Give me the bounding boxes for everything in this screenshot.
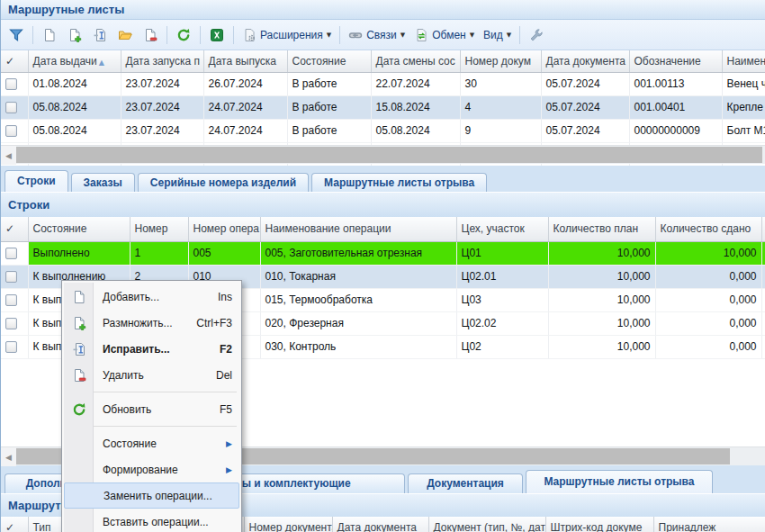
table-cell[interactable]: 020, Фрезерная [260,311,456,335]
column-header-qty-done[interactable]: Количество сдано [655,217,761,241]
table-cell[interactable]: 05.08.2024 [28,95,121,119]
tab-lines[interactable]: Строки [4,170,68,192]
row-checkbox[interactable] [5,271,17,283]
row-select-cell[interactable] [1,311,28,335]
select-all-header[interactable]: ✓ [1,50,28,72]
menu-item-replace-operations[interactable]: Заменить операции... [64,482,239,509]
table-cell[interactable] [761,311,765,335]
table-cell[interactable]: 05.08.2024 [371,119,460,142]
open-button[interactable] [113,23,137,47]
menu-item-duplicate[interactable]: Размножить... Ctrl+F3 [64,310,239,336]
table-cell[interactable]: 0,000 [655,311,761,335]
row-checkbox[interactable] [5,102,17,113]
edit-button[interactable] [88,23,112,47]
table-cell[interactable]: 030, Контроль [260,335,456,358]
tab-documentation[interactable]: Документация [408,473,523,493]
table-cell[interactable]: 23.07.2024 [121,72,203,95]
row-checkbox[interactable] [5,318,17,329]
table-row[interactable]: 05.08.2024 23.07.2024 24.07.2024 В работ… [1,119,765,142]
table-cell[interactable]: Ц02 [456,335,548,358]
table-cell[interactable]: 30 [460,72,541,95]
menu-item-edit[interactable]: Исправить... F2 [64,336,239,362]
table-cell[interactable]: 010, Токарная [260,265,456,288]
extensions-menu-button[interactable]: Расширения ▼ [238,23,335,47]
column-header-doc-date[interactable]: Дата документа [332,517,428,532]
settings-wrench-button[interactable] [525,23,548,47]
menu-item-insert-operations[interactable]: Вставить операции... [64,509,239,532]
table-cell[interactable]: 10,000 [548,241,655,265]
excel-export-button[interactable] [205,23,229,47]
tab-serial-numbers[interactable]: Серийные номера изделий [138,173,309,192]
active-cell[interactable]: 24.07.2024 [203,95,287,119]
table-cell[interactable]: Ц02.01 [456,265,548,288]
row-select-cell[interactable] [1,265,28,288]
row-select-cell[interactable] [1,288,28,311]
menu-item-delete[interactable]: Удалить Del [64,362,239,388]
column-header-workshop[interactable]: Цех, участок [456,217,548,241]
row-select-cell[interactable] [1,95,28,119]
filter-button[interactable] [4,23,28,47]
row-checkbox[interactable] [5,341,17,353]
links-menu-button[interactable]: Связи ▼ [345,23,409,47]
column-header-qty-plan[interactable]: Количество план [548,217,655,241]
table-cell[interactable]: Ц03 [456,288,548,311]
table-cell[interactable]: 0,000 [655,335,761,358]
table-cell[interactable]: 10,000 [548,265,655,288]
row-select-cell[interactable] [1,119,28,142]
table-cell[interactable]: 01.08.2024 [28,72,121,95]
column-header-doc-date[interactable]: Дата документа [541,50,629,72]
table-cell[interactable]: 1 [130,241,188,265]
table-cell[interactable]: 26.07.2024 [203,72,287,95]
table-cell[interactable]: 10,000 [548,288,655,311]
table-cell[interactable]: 10,000 [548,335,655,358]
menu-item-formation[interactable]: Формирование ▶ [64,456,239,482]
table-cell[interactable]: В работе [287,119,371,142]
table-cell[interactable]: 0,000 [655,288,761,311]
table-cell[interactable]: Выполнено [28,241,130,265]
menu-item-state[interactable]: Состояние ▶ [64,430,239,456]
table-row-done[interactable]: Выполнено 1 005 005, Заготовительная отр… [1,241,765,265]
table-cell[interactable] [761,265,765,288]
table-cell[interactable]: 22.07.2024 [371,72,460,95]
table-cell[interactable]: 005 [188,241,260,265]
exchange-menu-button[interactable]: Обмен ▼ [410,23,478,47]
column-header-designation[interactable]: Обозначение [629,50,722,72]
add-button[interactable] [38,23,61,47]
select-all-header[interactable]: ✓ [1,217,28,241]
table-cell[interactable]: В работе [287,95,371,119]
scrollbar-thumb[interactable] [16,147,762,163]
tab-detach-sheets-bottom[interactable]: Маршрутные листы отрыва [526,470,713,493]
refresh-button[interactable] [172,23,195,47]
table-cell[interactable]: 9 [460,119,541,142]
table-cell[interactable]: Болт М1 [722,119,765,142]
duplicate-button[interactable] [63,23,86,47]
table-cell[interactable]: 015, Термообработка [260,288,456,311]
table-cell[interactable]: 0,000 [655,265,761,288]
delete-button[interactable] [139,23,162,47]
tab-detach-sheets[interactable]: Маршрутные листы отрыва [311,173,487,192]
table-cell[interactable]: 05.08.2024 [28,119,121,142]
column-header-issue-date[interactable]: Дата выдачи▲ [28,50,121,72]
menu-item-add[interactable]: Добавить... Ins [64,284,239,310]
table-cell[interactable]: 23.07.2024 [121,119,203,142]
column-header-operation-name[interactable]: Наименование операции [260,217,456,241]
table-cell[interactable]: 001.00401 [629,95,722,119]
column-header-launch-date[interactable]: Дата запуска п [121,50,203,72]
table-cell[interactable]: 15.08.2024 [371,95,460,119]
column-header-name[interactable]: Наимен [722,50,765,72]
table-cell[interactable]: 05.07.2024 [541,72,629,95]
scroll-left-button[interactable]: ◀ [1,146,16,165]
tab-orders[interactable]: Заказы [71,173,135,192]
table-cell[interactable]: 05.07.2024 [541,95,629,119]
table-cell[interactable]: 001.00113 [629,72,722,95]
column-header-doc-number[interactable]: Номер докум [460,50,541,72]
column-header-state[interactable]: Состояние [287,50,371,72]
column-header-state-change-date[interactable]: Дата смены сос [371,50,460,72]
row-checkbox[interactable] [5,78,17,90]
column-header-number[interactable]: Номер [130,217,188,241]
table-row-selected[interactable]: 05.08.2024 23.07.2024 24.07.2024 В работ… [1,95,765,119]
horizontal-scrollbar[interactable]: ◀ [1,145,765,164]
table-row[interactable]: 01.08.2024 23.07.2024 26.07.2024 В работ… [1,72,765,95]
row-checkbox[interactable] [5,294,17,306]
column-header-operation-number[interactable]: Номер опера [188,217,260,241]
